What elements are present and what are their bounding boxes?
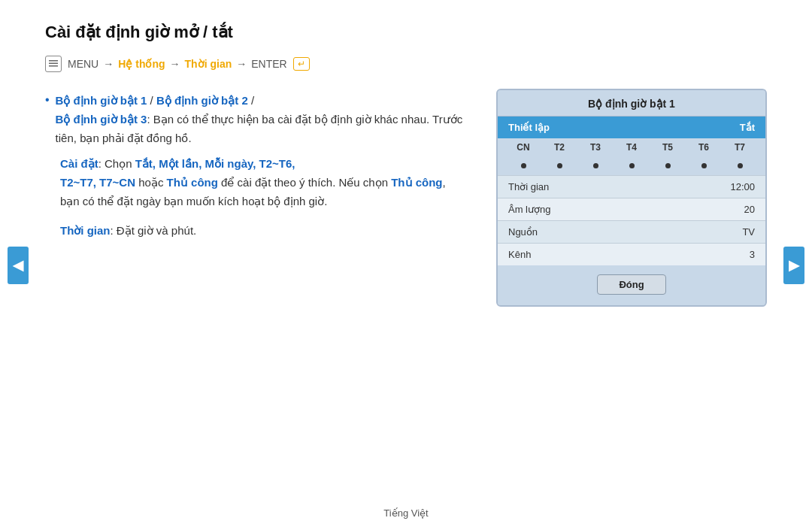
left-arrow-symbol: ◀: [13, 257, 23, 274]
svg-rect-1: [49, 63, 58, 65]
dot-cell: [505, 158, 541, 171]
enter-icon: ↵: [293, 57, 310, 71]
dialog-footer: Đóng: [498, 265, 765, 305]
page-container: Cài đặt định giờ mở / tắt MENU → Hệ thốn…: [0, 0, 812, 530]
nav-arrow-right[interactable]: ▶: [783, 247, 804, 284]
dot-cell: [650, 158, 686, 171]
menu-icon: [45, 56, 62, 72]
bullet-section: • Bộ định giờ bật 1 / Bộ định giờ bật 2 …: [45, 92, 466, 147]
breadcrumb: MENU → Hệ thống → Thời gian → ENTER ↵: [45, 56, 767, 72]
dialog-info-label: Âm lượng: [508, 204, 550, 215]
dot-cell: [541, 158, 577, 171]
breadcrumb-link2[interactable]: Thời gian: [185, 58, 232, 70]
timer-link1[interactable]: Bộ định giờ bật 1: [56, 94, 147, 107]
dialog-info-label: Thời gian: [508, 181, 549, 192]
breadcrumb-menu: MENU: [68, 58, 98, 70]
bullet-dot: •: [45, 93, 50, 147]
de-cai-dat: để cài đặt theo ý thích. Nếu chọn: [218, 176, 391, 189]
cai-dat-paragraph: Cài đặt: Chọn Tắt, Một lần, Mỗi ngày, T2…: [60, 155, 466, 210]
dialog-close-button[interactable]: Đóng: [597, 274, 665, 295]
dialog-info-value: 3: [750, 249, 755, 260]
day-cell: T7: [722, 142, 758, 153]
timer-link2[interactable]: Bộ định giờ bật 2: [156, 94, 248, 107]
main-content: • Bộ định giờ bật 1 / Bộ định giờ bật 2 …: [45, 89, 767, 515]
tat-link: Tắt, Một lần, Mỗi ngày, T2~T6,: [135, 157, 295, 170]
dialog-info-rows: Thời gian12:00Âm lượng20NguồnTVKênh3: [498, 175, 765, 265]
dialog-header-row: Thiết lập Tắt: [498, 117, 765, 138]
dialog-header-left: Thiết lập: [508, 122, 550, 133]
cai-dat-label: Cài đặt: [60, 157, 98, 170]
footer-language: Tiếng Việt: [383, 507, 428, 519]
breadcrumb-arrow2: →: [170, 58, 180, 70]
thoi-gian-label: Thời gian: [60, 224, 111, 237]
cai-dat-colon: : Chọn: [98, 157, 135, 170]
day-cell: T6: [686, 142, 722, 153]
dialog-panel: Bộ định giờ bật 1 Thiết lập Tắt CNT2T3T4…: [496, 89, 767, 515]
dialog-info-row: Thời gian12:00: [498, 175, 765, 198]
dialog-dots-row: [498, 156, 765, 175]
tat-line2: T2~T7, T7~CN: [60, 176, 135, 189]
dot-cell: [614, 158, 650, 171]
thoi-gian-paragraph: Thời gian: Đặt giờ và phút.: [60, 222, 466, 241]
breadcrumb-arrow3: →: [236, 58, 247, 70]
day-cell: T2: [541, 142, 577, 153]
page-title: Cài đặt định giờ mở / tắt: [45, 23, 767, 42]
dialog-info-label: Nguồn: [508, 226, 538, 238]
separator1: /: [147, 94, 156, 107]
dialog-box: Bộ định giờ bật 1 Thiết lập Tắt CNT2T3T4…: [496, 89, 767, 307]
breadcrumb-arrow1: →: [103, 58, 114, 70]
right-arrow-symbol: ▶: [789, 257, 799, 274]
dialog-info-row: Âm lượng20: [498, 198, 765, 220]
dialog-title: Bộ định giờ bật 1: [588, 98, 675, 110]
dot-cell: [686, 158, 722, 171]
bullet-text: Bộ định giờ bật 1 / Bộ định giờ bật 2 / …: [56, 92, 466, 147]
dialog-info-value: 20: [744, 204, 755, 215]
day-cell: CN: [505, 142, 541, 153]
dot-cell: [722, 158, 758, 171]
day-cell: T5: [650, 142, 686, 153]
breadcrumb-link1[interactable]: Hệ thống: [118, 58, 165, 70]
thoi-gian-text: : Đặt giờ và phút.: [111, 224, 197, 237]
thu-cong-link: Thủ công: [167, 176, 218, 189]
day-cell: T3: [577, 142, 614, 153]
dialog-info-label: Kênh: [508, 249, 531, 260]
dialog-info-row: NguồnTV: [498, 220, 765, 243]
dialog-title-bar: Bộ định giờ bật 1: [498, 90, 765, 117]
left-content: • Bộ định giờ bật 1 / Bộ định giờ bật 2 …: [45, 89, 466, 515]
separator2: /: [248, 94, 254, 107]
nav-arrow-left[interactable]: ◀: [8, 247, 29, 284]
svg-rect-2: [49, 65, 58, 67]
svg-rect-0: [49, 60, 58, 62]
dialog-info-value: TV: [742, 226, 755, 238]
dot-cell: [577, 158, 614, 171]
dialog-info-row: Kênh3: [498, 243, 765, 265]
dialog-info-value: 12:00: [730, 181, 755, 192]
thu-cong-link2: Thủ công: [391, 176, 442, 189]
breadcrumb-enter-label: ENTER: [251, 58, 286, 70]
hoac: hoặc: [135, 176, 167, 189]
day-cell: T4: [614, 142, 650, 153]
dialog-days-row: CNT2T3T4T5T6T7: [498, 138, 765, 156]
dialog-header-right: Tắt: [740, 122, 755, 133]
timer-link3[interactable]: Bộ định giờ bật 3: [56, 113, 147, 126]
